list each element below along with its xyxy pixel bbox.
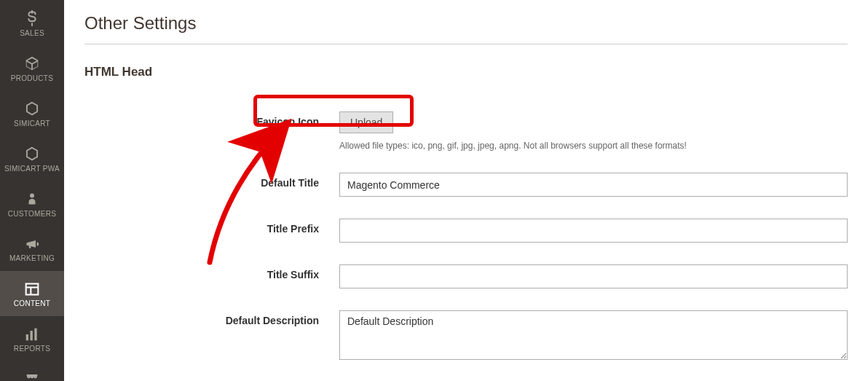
cube-icon [24, 55, 40, 71]
svg-rect-5 [31, 331, 33, 340]
default-description-row: Default Description [84, 310, 848, 362]
hexagon-icon [25, 146, 39, 162]
sidebar-item-customers[interactable]: CUSTOMERS [0, 181, 64, 226]
favicon-help-text: Allowed file types: ico, png, gif, jpg, … [339, 141, 848, 151]
sidebar-item-marketing[interactable]: MARKETING [0, 226, 64, 271]
sidebar-item-sales[interactable]: SALES [0, 0, 64, 45]
default-title-row: Default Title [84, 173, 848, 197]
svg-rect-4 [26, 334, 28, 340]
title-suffix-row: Title Suffix [84, 264, 848, 288]
title-prefix-row: Title Prefix [84, 219, 848, 243]
sidebar-item-stores[interactable] [0, 361, 64, 381]
storefront-icon [24, 372, 40, 381]
section-title: HTML Head [84, 65, 848, 79]
html-head-fieldset: Favicon Icon Upload Allowed file types: … [84, 111, 848, 362]
sidebar-item-label: CUSTOMERS [8, 210, 56, 218]
svg-point-0 [30, 193, 34, 197]
sidebar-item-label: SALES [20, 29, 44, 37]
title-suffix-label: Title Suffix [84, 264, 339, 280]
default-title-label: Default Title [84, 173, 339, 189]
sidebar-item-simicart-pwa[interactable]: SIMICART PWA [0, 135, 64, 181]
dollar-icon [25, 10, 39, 26]
sidebar-item-label: MARKETING [9, 254, 55, 262]
default-title-input[interactable] [339, 173, 848, 197]
sidebar-item-label: SIMICART [14, 119, 50, 127]
sidebar-item-content[interactable]: CONTENT [0, 271, 64, 316]
svg-rect-6 [34, 328, 36, 340]
favicon-row: Favicon Icon Upload Allowed file types: … [84, 111, 848, 151]
layout-icon [24, 282, 40, 296]
default-description-textarea[interactable] [339, 310, 848, 360]
sidebar-item-label: PRODUCTS [11, 74, 54, 82]
title-suffix-input[interactable] [339, 264, 848, 288]
main-content: Other Settings HTML Head Favicon Icon Up… [64, 0, 868, 381]
sidebar-item-label: CONTENT [14, 299, 50, 307]
title-prefix-input[interactable] [339, 219, 848, 243]
sidebar-item-label: REPORTS [14, 345, 50, 353]
admin-sidebar: SALES PRODUCTS SIMICART SIMICART PWA CUS… [0, 0, 64, 381]
default-description-label: Default Description [84, 310, 339, 326]
sidebar-item-products[interactable]: PRODUCTS [0, 45, 64, 90]
megaphone-icon [24, 237, 40, 251]
svg-rect-1 [26, 283, 39, 294]
sidebar-item-reports[interactable]: REPORTS [0, 316, 64, 361]
person-icon [25, 191, 39, 207]
upload-button[interactable]: Upload [339, 111, 393, 133]
title-prefix-label: Title Prefix [84, 219, 339, 235]
hexagon-icon [25, 101, 39, 117]
page-title: Other Settings [84, 13, 848, 44]
sidebar-item-label: SIMICART PWA [4, 165, 60, 173]
bars-icon [24, 327, 40, 342]
favicon-label: Favicon Icon [84, 111, 339, 127]
sidebar-item-simicart[interactable]: SIMICART [0, 90, 64, 135]
